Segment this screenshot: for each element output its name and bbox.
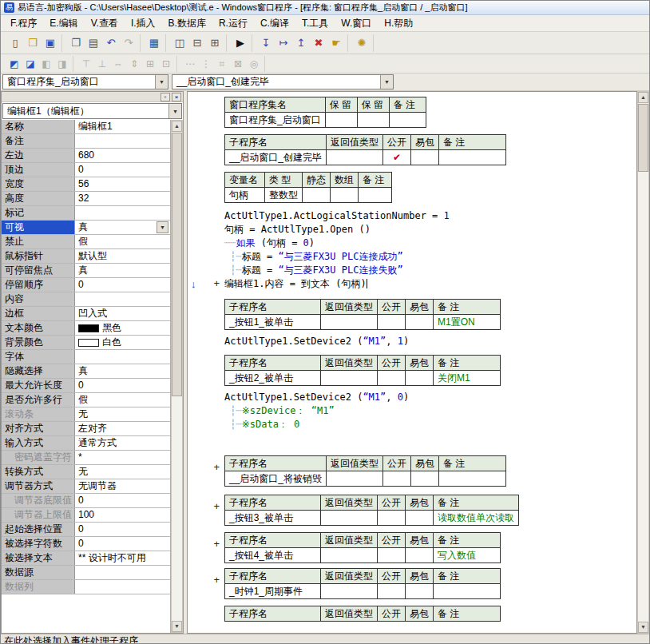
editor-scrollbar[interactable]: ▲ ▼ — [637, 91, 649, 634]
property-row[interactable]: 备注 ▼ — [2, 134, 170, 149]
same-height-button[interactable]: ⇕ — [126, 56, 142, 72]
property-row[interactable]: 宽度 56 ▼ — [2, 177, 170, 192]
property-row[interactable]: 边框 凹入式 ▼ — [2, 307, 170, 321]
same-size-button[interactable]: ⊞ — [142, 56, 158, 72]
program-set-name-cell[interactable]: 窗口程序集_启动窗口 — [225, 113, 326, 128]
align-left-button[interactable]: ◧ — [38, 56, 54, 72]
code-line[interactable]: ┆┈※sData： 0 — [224, 418, 636, 431]
code-line[interactable]: ┈┈如果 (句柄 = 0) — [224, 237, 636, 250]
fold-plus-icon[interactable]: + — [213, 501, 220, 511]
menu-help[interactable]: H.帮助 — [378, 15, 419, 32]
menu-edit[interactable]: E.编辑 — [43, 15, 84, 32]
code-line[interactable]: 编辑框1.内容 = 到文本 (句柄) — [224, 277, 636, 291]
sub-comment-cell[interactable]: 写入数值 — [434, 548, 501, 563]
property-row[interactable]: 对齐方式 左对齐 ▼ — [2, 422, 170, 436]
property-row[interactable]: 密码遮盖字符 * ▼ — [2, 451, 170, 465]
code-line[interactable]: ┆┈标题 = “与三菱FX3U PLC连接成功” — [224, 250, 636, 264]
property-row[interactable]: 数据列 ▼ — [2, 580, 170, 594]
code-line[interactable]: ┆┈标题 = “与三菱FX3U PLC连接失败” — [224, 264, 636, 277]
code-line[interactable]: ┆┈※szDevice： “M1” — [224, 404, 636, 418]
send-back-button[interactable]: ◪ — [22, 56, 38, 72]
property-row[interactable]: 最大允许长度 0 ▼ — [2, 379, 170, 393]
code-line[interactable]: 句柄 = ActUtlType1.Open () — [224, 223, 636, 237]
save-button[interactable]: ▣ — [42, 34, 59, 52]
menu-run[interactable]: R.运行 — [212, 15, 254, 32]
sub-comment-cell[interactable] — [434, 584, 501, 599]
window-tile-button[interactable]: ◫ — [171, 34, 188, 52]
scroll-down-icon[interactable]: ▼ — [638, 622, 648, 633]
property-row[interactable]: 鼠标指针 默认型 ▼ — [2, 249, 170, 264]
property-row[interactable]: 是否允许多行 假 ▼ — [2, 393, 170, 407]
step-out-button[interactable]: ↥ — [292, 34, 310, 52]
sub-comment-cell[interactable]: 关闭M1 — [434, 371, 501, 386]
property-row[interactable]: 左边 680 ▼ — [2, 149, 170, 163]
menu-window[interactable]: W.窗口 — [335, 15, 378, 32]
property-row[interactable]: 输入方式 通常方式 ▼ — [2, 436, 170, 451]
menu-tools[interactable]: T.工具 — [295, 15, 335, 32]
paste-button[interactable]: ▤ — [85, 34, 102, 52]
run-button[interactable]: ▶ — [232, 34, 249, 52]
property-row[interactable]: 转换方式 无 ▼ — [2, 465, 170, 479]
scrollbar-thumb[interactable] — [638, 104, 648, 172]
sub-name-cell[interactable]: _按钮1_被单击 — [225, 315, 321, 330]
space-horizontal-button[interactable]: ⋯ — [182, 56, 198, 72]
property-row[interactable]: 禁止 假 ▼ — [2, 235, 170, 249]
menu-insert[interactable]: I.插入 — [125, 15, 162, 32]
property-row[interactable]: 文本颜色 黑色 ▼ — [2, 321, 170, 336]
menu-compile[interactable]: C.编译 — [254, 15, 295, 32]
property-row[interactable]: 字体 ▼ — [2, 350, 170, 364]
scroll-down-icon[interactable]: ▼ — [172, 621, 182, 632]
compile-button[interactable]: ✺ — [353, 34, 371, 52]
scroll-up-icon[interactable]: ▲ — [638, 92, 648, 103]
sub-comment-cell[interactable] — [439, 150, 506, 165]
object-selector[interactable]: 编辑框1（编辑框） ▼ — [2, 103, 182, 119]
scroll-up-icon[interactable]: ▲ — [172, 121, 182, 132]
panel-scrollbar[interactable]: ▲ ▼ — [171, 120, 183, 633]
align-top-button[interactable]: ⊤ — [78, 56, 94, 72]
property-row[interactable]: 数据源 ▼ — [2, 566, 170, 580]
bring-front-button[interactable]: ◩ — [6, 56, 22, 72]
close-panel-icon[interactable]: × — [172, 93, 181, 101]
same-width-button[interactable]: ⇔ — [110, 56, 126, 72]
fold-plus-icon[interactable]: + — [213, 278, 220, 288]
subroutine-combo[interactable]: __启动窗口_创建完毕 ▼ — [172, 74, 394, 89]
dropdown-arrow-icon[interactable]: ▼ — [157, 221, 168, 233]
sub-name-cell[interactable]: _按钮4_被单击 — [225, 548, 321, 563]
property-row[interactable]: 高度 32 ▼ — [2, 192, 170, 206]
tab-order-button[interactable]: ◎ — [246, 56, 262, 72]
status-bar[interactable]: 在此处选择加入事件处理子程序 — [1, 634, 649, 643]
dropdown-arrow-icon[interactable]: ▼ — [168, 104, 181, 118]
space-vertical-button[interactable]: ⋮ — [198, 56, 214, 72]
sub-comment-cell[interactable] — [439, 471, 506, 487]
property-row[interactable]: 顶边 0 ▼ — [2, 163, 170, 177]
property-row[interactable]: 名称 编辑框1 ▼ — [2, 120, 170, 134]
menu-program[interactable]: F.程序 — [4, 15, 43, 32]
step-over-button[interactable]: ↦ — [275, 34, 292, 52]
public-check-icon[interactable]: ✔ — [383, 150, 411, 165]
property-row[interactable]: 背景颜色 白色 ▼ — [2, 336, 170, 350]
scrollbar-thumb[interactable] — [172, 133, 182, 396]
sub-name-cell[interactable]: _按钮3_被单击 — [225, 511, 321, 526]
stop-button[interactable]: ✖ — [310, 34, 327, 52]
database-button[interactable]: ▦ — [145, 34, 163, 52]
property-row[interactable]: 滚动条 无 ▼ — [2, 407, 170, 422]
undo-button[interactable]: ↶ — [102, 34, 120, 52]
code-line[interactable]: ActUtlType1.ActLogicalStationNumber = 1 — [224, 209, 636, 223]
sub-name-cell[interactable]: _时钟1_周期事件 — [225, 584, 321, 599]
pause-button[interactable]: ☛ — [327, 34, 345, 52]
new-button[interactable]: ▯ — [6, 34, 24, 52]
open-button[interactable]: ❒ — [24, 34, 42, 52]
menu-database[interactable]: B.数据库 — [162, 15, 212, 32]
property-row[interactable]: 调节器底限值 0 ▼ — [2, 494, 170, 508]
property-row[interactable]: 内容 ▼ — [2, 292, 170, 307]
dropdown-arrow-icon[interactable]: ▼ — [155, 75, 168, 89]
code-line[interactable]: ActUtlType1.SetDevice2 (“M1”, 1) — [224, 335, 636, 348]
property-row[interactable]: 停留顺序 0 ▼ — [2, 278, 170, 292]
menu-view[interactable]: V.查看 — [85, 15, 125, 32]
expand-all-button[interactable]: ⊞ — [206, 34, 224, 52]
align-bottom-button[interactable]: ⊥ — [94, 56, 110, 72]
property-row[interactable]: 标记 ▼ — [2, 206, 170, 221]
property-row[interactable]: 可视 真 ▼ — [2, 221, 170, 235]
window-split-button[interactable]: ⊟ — [188, 34, 206, 52]
sub-comment-cell[interactable]: M1置ON — [434, 315, 501, 330]
